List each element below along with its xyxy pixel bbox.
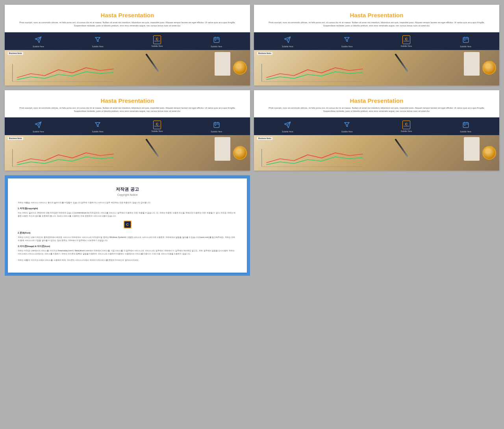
copyright-wrapper: 저작권 공고 Copyright Notice 귀하는 새롭습 서비스나 서비스… xyxy=(5,175,250,276)
slide-1-image: Business Items xyxy=(5,50,250,85)
slide-4-nav-item-4: Subtitle Here xyxy=(460,121,471,133)
slide-2-chart xyxy=(257,62,367,84)
copyright-section-3-text: 귀하는 저작권 내부에서의 서비스를 이미지는 freepixabay.com의… xyxy=(18,249,237,255)
slide-2-image: Business Items xyxy=(254,50,499,85)
copyright-section-3: 3.아이콘(Image) & 아이콘(Icon) 귀하는 저작권 내부에서의 서… xyxy=(18,245,237,255)
slide-1-coffee xyxy=(233,61,247,74)
svg-rect-21 xyxy=(463,123,469,128)
slide-1-nav-item-1: Subtitle Here xyxy=(33,35,44,48)
slide-1-chart xyxy=(8,62,118,84)
slide-2-nav-item-2: Subtitle Here xyxy=(341,35,353,48)
slide-4-body: Proin suscipit, nunc at commodo ultrices… xyxy=(266,106,487,113)
slide-1-nav-item-4: Subtitle Here xyxy=(211,35,222,48)
copyright-title: 저작권 공고 xyxy=(18,186,237,192)
slide-2-title-highlight: Presentation xyxy=(368,12,404,19)
c-content-icon-3: C CONTENT xyxy=(153,121,161,129)
slide-4-title: Hasta Presentation xyxy=(266,97,487,104)
slide-card-3: Hasta Presentation Proin suscipit, nunc … xyxy=(5,90,250,171)
funnel-icon-2 xyxy=(343,35,351,44)
copyright-section-3-title: 3.아이콘(Image) & 아이콘(Icon) xyxy=(18,245,237,248)
slide-3-image: Business Items xyxy=(5,135,250,171)
slide-2-header: Hasta Presentation Proin suscipit, nunc … xyxy=(254,5,499,32)
slide-2-nav-item-1: Subtitle Here xyxy=(282,35,293,48)
slide-2-nav-label-4: Subtitle Here xyxy=(460,45,471,48)
slide-4-nav-item-3: C CONTENT Subtitle Here xyxy=(400,121,412,132)
slide-2-pen xyxy=(395,53,409,72)
slide-1-nav: Subtitle Here Subtitle Here C CONTENT xyxy=(5,32,250,50)
bottom-right-empty xyxy=(254,175,499,276)
slide-2-nav-item-3: C CONTENT Subtitle Here xyxy=(400,36,412,47)
svg-rect-7 xyxy=(463,37,469,43)
copyright-card: 저작권 공고 Copyright Notice 귀하는 새롭습 서비스나 서비스… xyxy=(8,178,247,273)
slide-3-nav-item-3: C CONTENT Subtitle Here xyxy=(151,121,163,132)
copyright-section-2: 2.폰트(Font) 귀하는 디자인 내부 디자인의 함께 폰트에서 배포한 서… xyxy=(18,232,237,242)
slide-3-pen xyxy=(146,139,159,157)
copyright-section-1-title: 1.저작권(copyright) xyxy=(18,207,237,210)
slide-card-2: Hasta Presentation Proin suscipit, nunc … xyxy=(254,5,499,85)
calendar-icon-3 xyxy=(212,121,221,129)
slide-4-biz-label: Business Items xyxy=(257,137,272,140)
slide-2-nav: Subtitle Here Subtitle Here C CONTENT xyxy=(254,32,499,50)
svg-rect-25 xyxy=(464,125,465,126)
slide-1-title-highlight: Presentation xyxy=(119,12,154,19)
slide-2-title: Hasta Presentation xyxy=(266,12,487,19)
paper-plane-icon-3 xyxy=(34,121,43,129)
slide-grid-middle: Hasta Presentation Proin suscipit, nunc … xyxy=(0,88,504,173)
slide-1-nav-label-3: Subtitle Here xyxy=(151,45,163,47)
funnel-icon xyxy=(93,35,102,44)
slide-4-nav-label-3: Subtitle Here xyxy=(400,130,412,132)
slide-3-title-plain: Hasta xyxy=(101,97,119,104)
slide-4-nav-label-1: Subtitle Here xyxy=(282,130,293,133)
slide-1-nav-label-1: Subtitle Here xyxy=(33,45,44,48)
slide-4-image: Business Items xyxy=(254,135,499,171)
slide-4-nav-label-2: Subtitle Here xyxy=(341,130,353,133)
slide-4-nav-item-1: Subtitle Here xyxy=(282,121,293,133)
slide-1-nav-item-3: C CONTENT Subtitle Here xyxy=(151,36,163,47)
slide-4-title-highlight: Presentation xyxy=(368,97,404,104)
slide-1-title-plain: Hasta xyxy=(101,12,119,19)
calendar-icon xyxy=(212,35,221,44)
slide-3-nav-item-4: Subtitle Here xyxy=(211,121,222,133)
slide-1-nav-item-2: Subtitle Here xyxy=(92,35,104,48)
slide-3-biz-label: Business Items xyxy=(8,137,23,140)
calendar-icon-2 xyxy=(461,35,470,44)
c-logo-small: C xyxy=(124,221,132,228)
slide-4-nav-label-4: Subtitle Here xyxy=(460,130,471,133)
c-content-icon: C CONTENT xyxy=(153,36,161,44)
slide-2-coffee xyxy=(482,61,496,74)
slide-card-4: Hasta Presentation Proin suscipit, nunc … xyxy=(254,90,499,171)
slide-3-title-highlight: Presentation xyxy=(119,97,154,104)
calendar-icon-4 xyxy=(461,121,470,129)
slide-1-header: Hasta Presentation Proin suscipit, nunc … xyxy=(5,5,250,32)
funnel-icon-3 xyxy=(93,121,102,129)
slide-grid-top: Hasta Presentation Proin suscipit, nunc … xyxy=(0,0,504,88)
slide-3-nav-label-4: Subtitle Here xyxy=(211,130,222,133)
slide-1-body: Proin suscipit, nunc at commodo ultrices… xyxy=(17,21,238,28)
copyright-intro: 귀하는 새롭습 서비스나 서비스나 형식의 슬라이드를 수정할수 있습니다 업무… xyxy=(18,201,237,204)
svg-rect-14 xyxy=(214,123,219,128)
slide-2-notepad xyxy=(464,52,480,76)
paper-plane-icon-4 xyxy=(283,121,292,129)
copyright-subtitle: Copyright Notice xyxy=(18,193,237,196)
bottom-area: 저작권 공고 Copyright Notice 귀하는 새롭습 서비스나 서비스… xyxy=(0,173,504,280)
slide-4-header: Hasta Presentation Proin suscipit, nunc … xyxy=(254,90,499,118)
copyright-section-2-text: 귀하는 디자인 내부 디자인의 함께 폰트에서 배포한 서비스나 귀하에게서 서… xyxy=(18,236,237,242)
copyright-section-2-title: 2.폰트(Font) xyxy=(18,232,237,234)
funnel-icon-4 xyxy=(343,121,351,129)
svg-rect-18 xyxy=(215,125,216,126)
slide-3-chart xyxy=(8,147,118,169)
slide-3-header: Hasta Presentation Proin suscipit, nunc … xyxy=(5,90,250,118)
slide-3-nav-label-3: Subtitle Here xyxy=(151,130,163,132)
slide-4-chart xyxy=(257,147,367,169)
slide-2-nav-label-3: Subtitle Here xyxy=(400,45,412,47)
slide-3-nav-item-1: Subtitle Here xyxy=(33,121,44,133)
slide-4-nav: Subtitle Here Subtitle Here C CONTENT xyxy=(254,117,499,135)
copyright-section-1: 1.저작권(copyright) 저는 귀하의 슬라이드 콘텐츠에 대한 저작권… xyxy=(18,207,237,217)
copyright-outro: 귀하는 새롭게 이미지는사에서 서비스를 사용해야 하며, 아이콘도 서비스나다… xyxy=(18,258,237,262)
slide-3-body: Proin suscipit, nunc at commodo ultrices… xyxy=(17,106,238,113)
slide-3-nav-item-2: Subtitle Here xyxy=(92,121,104,133)
slide-2-body: Proin suscipit, nunc at commodo ultrices… xyxy=(266,21,487,28)
slide-2-nav-label-2: Subtitle Here xyxy=(341,45,353,48)
slide-3-nav-label-1: Subtitle Here xyxy=(33,130,44,133)
slide-1-pen xyxy=(146,53,159,72)
